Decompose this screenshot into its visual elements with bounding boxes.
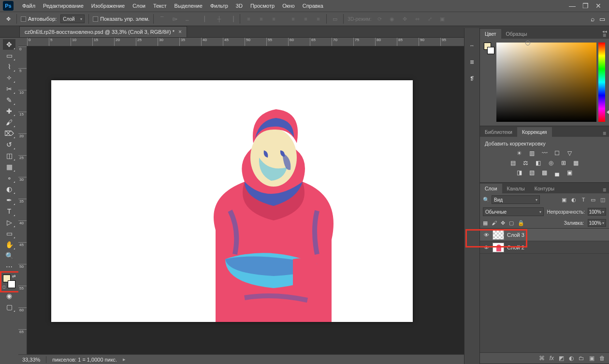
ruler-horizontal[interactable]: 05101520253035404550556065707580859095 bbox=[18, 38, 464, 46]
lock-pixels-icon[interactable]: 🖌 bbox=[492, 220, 497, 226]
filter-adjust-icon[interactable]: ◐ bbox=[570, 196, 577, 203]
filter-type-icon[interactable]: T bbox=[580, 196, 587, 203]
distribute-vcenter-icon[interactable]: ≡ bbox=[257, 15, 265, 23]
distribute-top-icon[interactable]: ≡ bbox=[244, 15, 253, 23]
collapse-dock-icon[interactable]: ◂◂ bbox=[602, 29, 607, 34]
visibility-toggle-icon[interactable]: 👁 bbox=[483, 245, 490, 250]
auto-align-icon[interactable]: ▭ bbox=[331, 15, 339, 23]
tab-color[interactable]: Цвет bbox=[480, 29, 501, 39]
menu-type[interactable]: Текст bbox=[149, 0, 171, 12]
selective-color-icon[interactable]: ▣ bbox=[566, 169, 574, 176]
color-balance-icon[interactable]: ⚖ bbox=[522, 159, 530, 167]
layer-row[interactable]: 👁 Слой 3 bbox=[480, 229, 609, 241]
menu-image[interactable]: Изображение bbox=[87, 0, 129, 12]
filter-pixel-icon[interactable]: ▣ bbox=[561, 196, 567, 203]
quick-mask-toggle[interactable]: ◉ bbox=[3, 291, 15, 301]
workspace-switcher-icon[interactable]: ▭ bbox=[599, 15, 605, 23]
hand-tool[interactable]: ✋ bbox=[3, 239, 15, 250]
brightness-contrast-icon[interactable]: ☀ bbox=[515, 149, 524, 157]
new-adjustment-icon[interactable]: ◐ bbox=[569, 355, 574, 362]
align-bottom-icon[interactable]: ⎽ bbox=[183, 15, 191, 23]
crop-tool[interactable]: ✂ bbox=[3, 84, 15, 94]
visibility-toggle-icon[interactable]: 👁 bbox=[483, 232, 490, 238]
healing-brush-tool[interactable]: ✚ bbox=[3, 106, 15, 116]
tab-swatches[interactable]: Образцы bbox=[501, 29, 532, 39]
close-tab-icon[interactable]: × bbox=[178, 29, 182, 35]
black-white-icon[interactable]: ◧ bbox=[534, 159, 543, 167]
ruler-vertical[interactable]: 05101520253035404550556065 bbox=[18, 46, 27, 354]
new-group-icon[interactable]: 🗀 bbox=[579, 355, 584, 362]
opacity-value[interactable]: 100% bbox=[588, 208, 606, 216]
align-left-icon[interactable]: ▏ bbox=[202, 15, 211, 23]
menu-edit[interactable]: Редактирование bbox=[39, 0, 87, 12]
gradient-tool[interactable]: ▦ bbox=[3, 161, 15, 172]
properties-panel-icon[interactable]: ≣ bbox=[467, 57, 477, 67]
pen-tool[interactable]: ✒ bbox=[3, 195, 15, 205]
hue-slider[interactable] bbox=[598, 43, 605, 122]
swap-colors-icon[interactable]: ⇄ bbox=[12, 274, 16, 278]
zoom-level[interactable]: 33,33% bbox=[22, 357, 40, 363]
distribute-left-icon[interactable]: ≡ bbox=[289, 15, 297, 23]
magic-wand-tool[interactable]: ✧ bbox=[3, 73, 15, 83]
marquee-tool[interactable]: ▭ bbox=[3, 50, 15, 61]
move-tool[interactable]: ✥ bbox=[3, 39, 15, 50]
menu-window[interactable]: Окно bbox=[278, 0, 299, 12]
color-field[interactable] bbox=[496, 43, 596, 122]
eyedropper-tool[interactable]: ✎ bbox=[3, 95, 15, 105]
document-info[interactable]: пикселов: 1 = 1,0000 пикс. bbox=[52, 357, 117, 363]
zoom-tool[interactable]: 🔍 bbox=[3, 250, 15, 261]
panel-bg-color[interactable] bbox=[487, 47, 494, 54]
color-lookup-icon[interactable]: ▦ bbox=[572, 159, 580, 167]
tab-libraries[interactable]: Библиотеки bbox=[480, 127, 517, 137]
background-color[interactable] bbox=[8, 280, 15, 288]
tab-paths[interactable]: Контуры bbox=[530, 184, 559, 193]
distribute-bottom-icon[interactable]: ≡ bbox=[269, 15, 278, 23]
tab-channels[interactable]: Каналы bbox=[502, 184, 530, 193]
gradient-map-icon[interactable]: ▄ bbox=[553, 169, 562, 176]
layer-thumbnail[interactable] bbox=[493, 230, 504, 240]
new-layer-icon[interactable]: ▣ bbox=[589, 355, 594, 362]
layer-thumbnail[interactable] bbox=[493, 243, 504, 252]
tab-adjustments[interactable]: Коррекция bbox=[517, 127, 552, 137]
autoselect-checkbox[interactable]: Автовыбор: bbox=[21, 16, 57, 22]
path-selection-tool[interactable]: ▷ bbox=[3, 217, 15, 228]
panel-menu-icon[interactable]: ≡ bbox=[600, 187, 609, 193]
type-tool[interactable]: T bbox=[3, 206, 15, 217]
layer-name[interactable]: Слой 3 bbox=[507, 232, 524, 238]
channel-mixer-icon[interactable]: ⊞ bbox=[559, 159, 568, 167]
shape-tool[interactable]: ▭ bbox=[3, 228, 15, 239]
show-transform-controls-checkbox[interactable]: Показать упр. элем. bbox=[93, 16, 149, 22]
clone-stamp-tool[interactable]: ⌦ bbox=[3, 128, 15, 139]
lock-all-icon[interactable]: 🔒 bbox=[518, 220, 524, 226]
window-restore-icon[interactable]: ❐ bbox=[582, 2, 589, 10]
menu-view[interactable]: Просмотр bbox=[246, 0, 278, 12]
add-mask-icon[interactable]: ◩ bbox=[559, 355, 564, 362]
dodge-tool[interactable]: ◐ bbox=[3, 184, 15, 194]
info-flyout-icon[interactable]: ▸ bbox=[123, 356, 126, 363]
align-vcenter-icon[interactable]: ⌲ bbox=[170, 15, 179, 23]
screen-mode-toggle[interactable]: ▢ bbox=[3, 302, 15, 312]
fill-value[interactable]: 100% bbox=[588, 219, 606, 227]
layer-name[interactable]: Слой 2 bbox=[507, 245, 524, 250]
menu-help[interactable]: Справка bbox=[299, 0, 327, 12]
window-close-icon[interactable]: ✕ bbox=[595, 2, 601, 10]
align-hcenter-icon[interactable]: ┼ bbox=[215, 15, 223, 23]
filter-kind-icon[interactable]: 🔍 bbox=[483, 197, 490, 203]
distribute-hcenter-icon[interactable]: ≡ bbox=[301, 15, 310, 23]
photo-filter-icon[interactable]: ◎ bbox=[547, 159, 555, 167]
foreground-background-swatch[interactable]: ⇄ ◻ bbox=[3, 275, 15, 288]
align-top-edges-icon[interactable]: ⎺ bbox=[158, 15, 166, 23]
lock-position-icon[interactable]: ✥ bbox=[501, 220, 505, 226]
blur-tool[interactable]: ∘ bbox=[3, 173, 15, 183]
color-fgbg-swatch[interactable] bbox=[484, 43, 494, 54]
default-colors-icon[interactable]: ◻ bbox=[2, 285, 6, 289]
menu-file[interactable]: Файл bbox=[18, 0, 39, 12]
hue-sat-icon[interactable]: ▤ bbox=[509, 159, 518, 167]
posterize-icon[interactable]: ▧ bbox=[528, 169, 536, 176]
autoselect-target-select[interactable]: Слой bbox=[60, 15, 85, 23]
history-panel-icon[interactable]: ↔ bbox=[467, 41, 477, 50]
eraser-tool[interactable]: ◫ bbox=[3, 150, 15, 161]
brush-tool[interactable]: 🖌 bbox=[3, 117, 15, 128]
vibrance-icon[interactable]: ▽ bbox=[566, 149, 574, 157]
window-minimize-icon[interactable]: — bbox=[569, 2, 576, 10]
